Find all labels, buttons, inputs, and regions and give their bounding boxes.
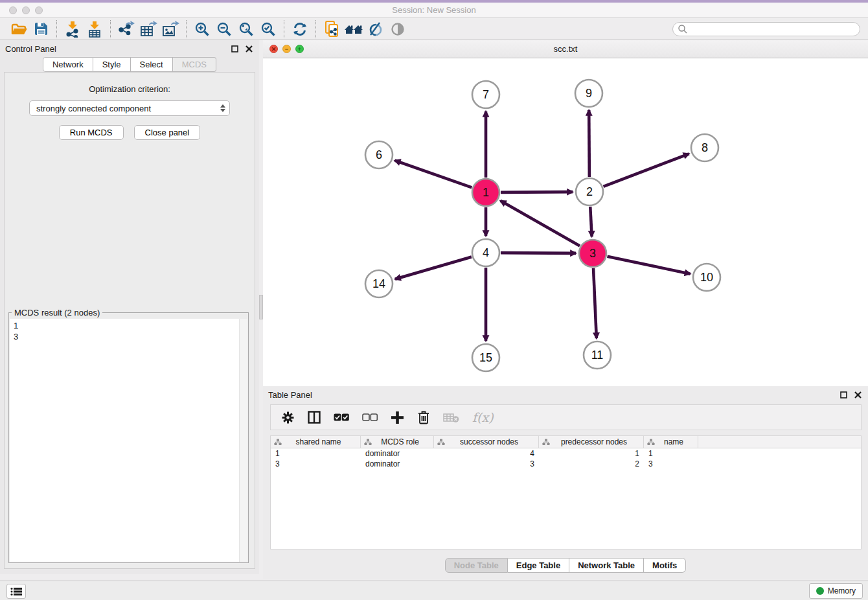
network-canvas[interactable]: 7968124314101511: [263, 58, 868, 386]
mcds-result-textarea[interactable]: 1 3: [10, 319, 247, 562]
close-panel-icon[interactable]: [244, 43, 254, 54]
table-cell[interactable]: 1: [539, 449, 644, 458]
table-cell[interactable]: 2: [539, 459, 644, 468]
graph-node-15[interactable]: 15: [472, 344, 499, 371]
import-network-button[interactable]: [62, 19, 84, 39]
zoom-out-button[interactable]: [213, 19, 235, 39]
table-cell[interactable]: 3: [271, 459, 361, 468]
control-panel: Control Panel Network Style Select MCDS …: [0, 40, 259, 574]
table-cell[interactable]: 4: [434, 449, 539, 458]
close-table-panel-icon[interactable]: [852, 389, 863, 400]
graph-node-7[interactable]: 7: [472, 81, 499, 108]
two-houses-icon: [344, 21, 363, 37]
graph-edge-2-8[interactable]: [603, 154, 689, 187]
svg-text:1: 1: [483, 186, 489, 199]
run-mcds-button[interactable]: Run MCDS: [59, 125, 124, 140]
memory-button[interactable]: Memory: [809, 583, 863, 599]
tab-network-table[interactable]: Network Table: [569, 558, 644, 573]
graph-edge-4-14[interactable]: [395, 257, 472, 279]
tab-mcds[interactable]: MCDS: [173, 57, 216, 72]
table-cell[interactable]: 3: [434, 459, 539, 468]
toolbar-separator: [186, 20, 187, 38]
mcds-panel: Optimization criterion: strongly connect…: [4, 72, 255, 569]
mcds-result-title: MCDS result (2 nodes): [12, 308, 102, 317]
table-cell[interactable]: 1: [644, 449, 698, 458]
tab-select[interactable]: Select: [131, 57, 173, 72]
table-cell[interactable]: 1: [271, 449, 361, 458]
graph-node-1[interactable]: 1: [472, 179, 499, 206]
graph-node-9[interactable]: 9: [575, 80, 602, 107]
node-table: shared nameMCDS rolesuccessor nodesprede…: [270, 435, 862, 549]
delete-column-trash-icon[interactable]: [417, 410, 430, 424]
graph-node-14[interactable]: 14: [365, 270, 393, 297]
graph-edge-2-9[interactable]: [589, 110, 589, 177]
close-panel-button[interactable]: Close panel: [134, 125, 201, 140]
search-input[interactable]: [672, 22, 860, 36]
command-list-button[interactable]: [6, 584, 26, 599]
deselect-all-checkboxes-icon[interactable]: [362, 413, 378, 421]
export-image-button[interactable]: [159, 19, 181, 39]
svg-text:2: 2: [586, 185, 593, 198]
tab-motifs[interactable]: Motifs: [644, 558, 686, 573]
table-panel-title: Table Panel: [268, 390, 312, 400]
open-folder-icon: [10, 21, 27, 37]
graph-edge-1-6[interactable]: [395, 161, 472, 188]
tab-network[interactable]: Network: [43, 57, 93, 72]
table-row[interactable]: 3dominator323: [271, 459, 861, 469]
toolbar-separator: [110, 20, 111, 38]
column-header-predecessor-nodes[interactable]: predecessor nodes: [539, 436, 644, 448]
table-cell[interactable]: dominator: [361, 449, 434, 458]
tab-edge-table[interactable]: Edge Table: [508, 558, 569, 573]
zoom-in-button[interactable]: [191, 19, 213, 39]
add-column-icon[interactable]: [391, 411, 404, 424]
graph-edge-4-3[interactable]: [501, 253, 576, 253]
graph-edge-3-1[interactable]: [501, 201, 580, 246]
first-neighbors-button[interactable]: [343, 19, 365, 39]
hide-graphics-details-button[interactable]: [365, 19, 387, 39]
save-session-button[interactable]: [30, 19, 52, 39]
column-header-MCDS-role[interactable]: MCDS role: [361, 436, 434, 448]
graph-edge-2-3[interactable]: [590, 207, 591, 237]
open-session-button[interactable]: [8, 19, 30, 39]
table-cell[interactable]: dominator: [361, 459, 434, 468]
zoom-out-icon: [216, 21, 232, 37]
optimization-criterion-dropdown[interactable]: strongly connected component: [29, 100, 230, 116]
apply-layout-button[interactable]: [289, 19, 311, 39]
column-header-name[interactable]: name: [644, 436, 698, 448]
table-panel-header: Table Panel: [263, 386, 868, 403]
graph-edge-3-11[interactable]: [593, 268, 597, 338]
graph-node-2[interactable]: 2: [576, 178, 603, 205]
result-scrollbar[interactable]: [239, 319, 247, 562]
save-floppy-icon: [34, 21, 49, 36]
tab-style[interactable]: Style: [93, 57, 131, 72]
column-header-shared-name[interactable]: shared name: [271, 436, 361, 448]
select-all-checkboxes-icon[interactable]: [334, 413, 349, 421]
column-header-successor-nodes[interactable]: successor nodes: [434, 436, 539, 448]
graph-edge-3-10[interactable]: [608, 257, 691, 274]
graph-node-3[interactable]: 3: [579, 240, 606, 267]
float-panel-icon[interactable]: [229, 43, 240, 54]
import-table-icon: [87, 21, 102, 38]
zoom-selected-button[interactable]: [257, 19, 279, 39]
import-table-button[interactable]: [84, 19, 106, 39]
graph-node-8[interactable]: 8: [691, 134, 718, 161]
export-table-button[interactable]: [137, 19, 159, 39]
graph-node-10[interactable]: 10: [693, 264, 720, 291]
show-graphics-details-button[interactable]: [387, 19, 409, 39]
app-titlebar: Session: New Session: [0, 3, 868, 18]
optimization-criterion-label: Optimization criterion:: [5, 84, 255, 94]
table-settings-gear-icon[interactable]: [281, 411, 295, 424]
split-panel-icon[interactable]: [308, 411, 321, 424]
clone-network-button[interactable]: [321, 19, 343, 39]
graph-node-11[interactable]: 11: [584, 341, 611, 369]
graph-node-4[interactable]: 4: [472, 239, 499, 266]
export-network-button[interactable]: [115, 19, 137, 39]
table-row[interactable]: 1dominator411: [271, 448, 861, 459]
mcds-result-fieldset: MCDS result (2 nodes) 1 3: [8, 312, 249, 563]
float-table-panel-icon[interactable]: [838, 389, 849, 400]
zoom-fit-button[interactable]: [235, 19, 257, 39]
tab-node-table[interactable]: Node Table: [445, 558, 508, 573]
graph-edge-1-2[interactable]: [501, 192, 573, 192]
table-cell[interactable]: 3: [644, 459, 698, 468]
graph-node-6[interactable]: 6: [365, 141, 393, 168]
